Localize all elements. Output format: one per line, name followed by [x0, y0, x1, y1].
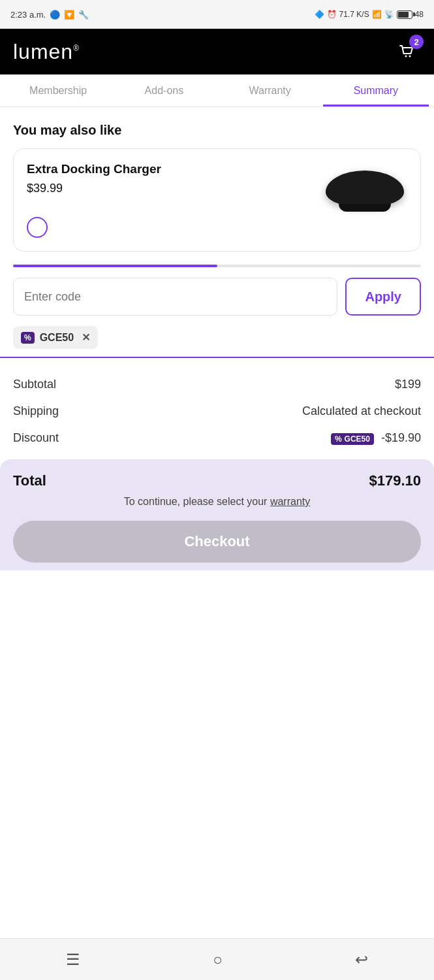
- product-info: Extra Docking Charger $39.99: [27, 162, 322, 206]
- signal-icon: 📡: [384, 10, 394, 19]
- total-row: Total $179.10: [13, 472, 421, 489]
- checkout-button[interactable]: Checkout: [13, 521, 421, 563]
- product-card: Extra Docking Charger $39.99: [13, 148, 421, 252]
- battery-fill: [398, 12, 409, 18]
- apply-button[interactable]: Apply: [345, 278, 421, 316]
- total-label: Total: [13, 472, 46, 489]
- cart-wrapper[interactable]: 2: [392, 37, 421, 66]
- tab-membership[interactable]: Membership: [5, 74, 111, 106]
- header: lumen® 2: [0, 29, 434, 74]
- status-right: 🔷 ⏰ 71.7 K/S 📶 📡 48: [315, 10, 424, 19]
- product-name: Extra Docking Charger: [27, 162, 322, 176]
- product-image: [322, 162, 407, 214]
- discount-code-badge: % GCE50: [331, 433, 374, 445]
- order-summary: Subtotal $199 Shipping Calculated at che…: [0, 358, 434, 451]
- warranty-note: To continue, please select your warranty: [13, 496, 421, 508]
- main-content: You may also like Extra Docking Charger …: [0, 107, 434, 938]
- tab-summary[interactable]: Summary: [323, 74, 429, 106]
- total-value: $179.10: [369, 472, 421, 489]
- discount-label: Discount: [13, 431, 59, 445]
- battery-level: 48: [415, 10, 424, 19]
- remove-coupon-button[interactable]: ✕: [82, 331, 90, 344]
- logo-super: ®: [73, 44, 80, 53]
- discount-code-text: GCE50: [345, 434, 370, 444]
- coupon-tag-icon: %: [21, 332, 35, 344]
- cart-badge: 2: [409, 35, 424, 49]
- warranty-link[interactable]: warranty: [270, 496, 310, 507]
- discount-value-group: % GCE50 -$19.90: [331, 431, 421, 445]
- svg-point-1: [409, 56, 411, 57]
- total-bar: Total $179.10 To continue, please select…: [0, 459, 434, 570]
- logo: lumen®: [13, 40, 80, 64]
- tab-summary-label: Summary: [354, 85, 398, 96]
- docking-charger-image: [326, 171, 404, 206]
- applied-coupon-row: % GCE50 ✕: [0, 326, 434, 357]
- status-left: 2:23 a.m. 🔵 🔽 🔧: [10, 10, 89, 20]
- status-time: 2:23 a.m.: [10, 10, 46, 20]
- product-select-radio[interactable]: [27, 217, 48, 238]
- whatsapp-icon: 🔵: [50, 10, 60, 20]
- coupon-badge: % GCE50 ✕: [13, 326, 98, 349]
- shipping-value: Calculated at checkout: [302, 404, 421, 418]
- tab-bar: Membership Add-ons Warranty Summary: [0, 74, 434, 107]
- tab-addons-label: Add-ons: [145, 85, 184, 96]
- applied-coupon-code: GCE50: [40, 332, 74, 344]
- coupon-input[interactable]: [13, 278, 337, 316]
- bluetooth-icon: 🔷: [315, 10, 324, 19]
- back-icon[interactable]: ↩: [355, 951, 368, 969]
- shipping-row: Shipping Calculated at checkout: [13, 398, 421, 425]
- home-icon[interactable]: ○: [213, 951, 223, 969]
- battery-icon: [397, 10, 412, 19]
- subtotal-label: Subtotal: [13, 378, 56, 391]
- you-may-also-like-heading: You may also like: [0, 107, 434, 148]
- tab-addons[interactable]: Add-ons: [111, 74, 217, 106]
- alarm-icon: ⏰: [327, 10, 337, 19]
- product-card-inner: Extra Docking Charger $39.99: [27, 162, 407, 214]
- tab-warranty-label: Warranty: [249, 85, 290, 96]
- discount-amount: -$19.90: [381, 431, 421, 444]
- product-price: $39.99: [27, 182, 322, 195]
- discount-row: Discount % GCE50 -$19.90: [13, 425, 421, 451]
- discount-percent-icon: %: [335, 434, 342, 444]
- status-bar: 2:23 a.m. 🔵 🔽 🔧 🔷 ⏰ 71.7 K/S 📶 📡 48: [0, 0, 434, 29]
- shipping-label: Shipping: [13, 404, 59, 418]
- tag-percent: %: [24, 333, 31, 342]
- wifi-icon: 📶: [372, 10, 382, 19]
- coupon-section: Apply: [0, 267, 434, 326]
- network-speed: 71.7 K/S: [339, 10, 369, 19]
- settings-icon: 🔧: [78, 10, 89, 20]
- tab-warranty[interactable]: Warranty: [217, 74, 323, 106]
- subtotal-value: $199: [395, 378, 421, 391]
- warranty-note-text: To continue, please select your: [124, 496, 268, 507]
- logo-text: lumen: [13, 40, 73, 63]
- tab-membership-label: Membership: [29, 85, 87, 96]
- bottom-nav: ☰ ○ ↩: [0, 938, 434, 980]
- notification-icon: 🔽: [64, 10, 74, 20]
- menu-icon[interactable]: ☰: [66, 951, 80, 969]
- subtotal-row: Subtotal $199: [13, 371, 421, 398]
- svg-point-0: [405, 56, 407, 57]
